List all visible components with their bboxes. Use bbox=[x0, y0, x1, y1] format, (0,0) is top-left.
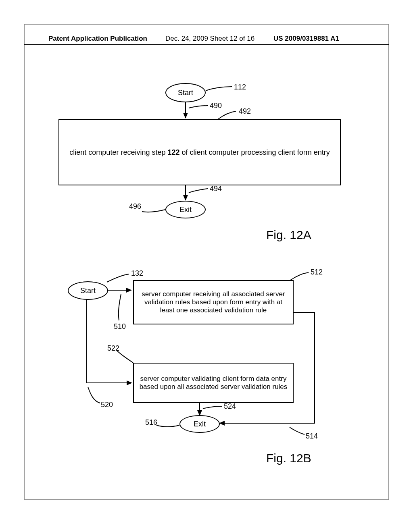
ref-492: 492 bbox=[239, 107, 251, 116]
start-oval-12a: Start bbox=[165, 83, 206, 102]
exit-oval-12a: Exit bbox=[165, 201, 206, 218]
ref-524: 524 bbox=[224, 402, 236, 411]
connector-lines bbox=[0, 0, 413, 532]
ref-132: 132 bbox=[131, 269, 143, 278]
start-oval-12b: Start bbox=[68, 281, 108, 300]
ref-490: 490 bbox=[210, 102, 222, 110]
ref-516: 516 bbox=[145, 418, 157, 427]
ref-514: 514 bbox=[306, 432, 318, 441]
start-label-12a: Start bbox=[178, 89, 193, 97]
box-12a: client computer receiving step 122 of cl… bbox=[58, 119, 341, 185]
ref-512: 512 bbox=[311, 268, 323, 276]
ref-112: 112 bbox=[234, 83, 246, 91]
ref-522: 522 bbox=[107, 344, 119, 353]
box1-12b: server computer receiving all associated… bbox=[133, 280, 294, 324]
ref-494: 494 bbox=[210, 185, 222, 193]
exit-label-12a: Exit bbox=[179, 206, 192, 214]
box1-12b-text: server computer receiving all associated… bbox=[138, 290, 289, 314]
ref-510: 510 bbox=[114, 322, 126, 331]
box2-12b-text: server computer validating client form d… bbox=[138, 375, 289, 391]
box2-12b: server computer validating client form d… bbox=[133, 363, 294, 403]
exit-label-12b: Exit bbox=[194, 420, 206, 428]
ref-496: 496 bbox=[129, 202, 141, 211]
fig-12a-caption: Fig. 12A bbox=[266, 228, 311, 242]
box-12a-pre: client computer receiving step bbox=[69, 148, 167, 156]
ref-520: 520 bbox=[101, 401, 113, 409]
start-label-12b: Start bbox=[80, 287, 96, 295]
diagram-canvas: Start 112 490 492 client computer receiv… bbox=[0, 0, 413, 532]
box-12a-post: of client computer processing client for… bbox=[180, 148, 330, 156]
exit-oval-12b: Exit bbox=[179, 415, 220, 433]
fig-12b-caption: Fig. 12B bbox=[266, 451, 311, 465]
box-12a-bold: 122 bbox=[167, 148, 179, 156]
box-12a-text: client computer receiving step 122 of cl… bbox=[69, 148, 330, 157]
